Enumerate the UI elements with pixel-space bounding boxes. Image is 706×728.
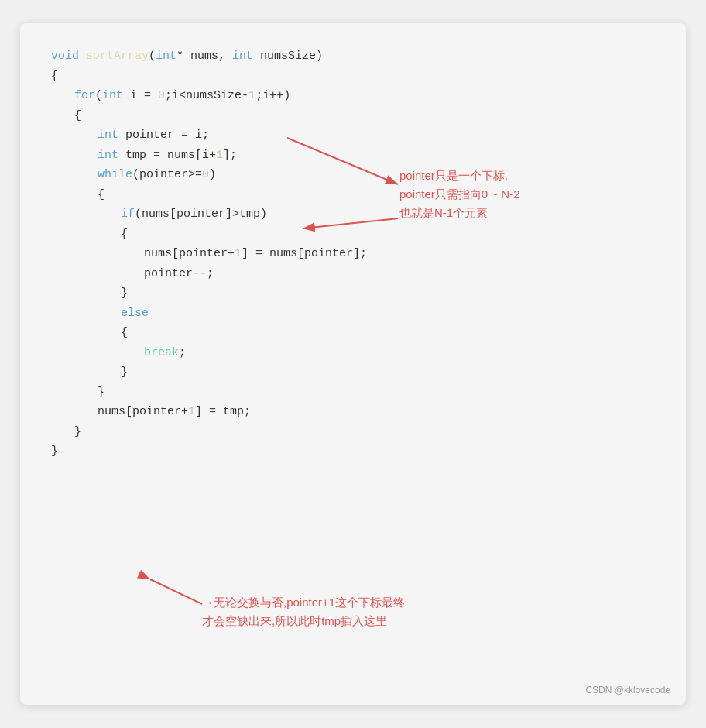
code-line-l3: for(int i = 0;i<numsSize-1;i++) [51,86,655,106]
code-line-l12: pointer--; [51,264,655,284]
code-line-l5: int pointer = i; [51,125,655,146]
annotation-tmp-insert: →无论交换与否,pointer+1这个下标最终 才会空缺出来,所以此时tmp插入… [202,593,405,630]
code-line-l8: { [51,185,655,205]
watermark: CSDN @kklovecode [585,685,670,695]
code-line-l6: int tmp = nums[i+1]; [51,146,655,166]
code-line-l4: { [51,106,655,126]
code-line-l7: while(pointer>=0) [51,165,655,185]
svg-line-5 [150,579,202,604]
code-line-l2: { [51,67,655,87]
code-line-l18: } [51,383,655,403]
code-line-l13: } [51,283,655,304]
code-line-l1: void sortArray(int* nums, int numsSize) [51,46,655,67]
code-line-l11: nums[pointer+1] = nums[pointer]; [51,244,655,264]
code-block: void sortArray(int* nums, int numsSize){… [51,46,655,462]
code-line-l19: nums[pointer+1] = tmp; [51,402,655,422]
code-line-l16: break; [51,343,655,363]
code-line-l9: if(nums[pointer]>tmp) [51,204,655,225]
code-line-l17: } [51,362,655,383]
code-line-l20: } [51,422,655,442]
code-line-l14: else [51,304,655,324]
code-line-l15: { [51,323,655,343]
annotation-pointer-range: pointer只是一个下标, pointer只需指向0 ~ N-2 也就是N-1… [399,167,519,222]
code-line-l21: } [51,441,655,462]
code-card: void sortArray(int* nums, int numsSize){… [20,23,686,705]
code-line-l10: { [51,225,655,245]
